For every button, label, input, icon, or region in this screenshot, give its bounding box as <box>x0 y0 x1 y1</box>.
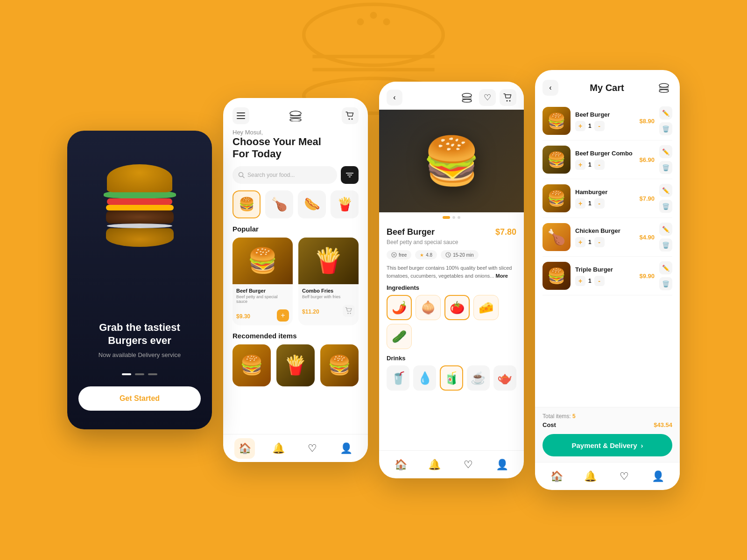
edit-item-3[interactable]: ✏️ <box>659 184 672 197</box>
filter-button[interactable] <box>341 166 359 184</box>
category-fries[interactable]: 🍟 <box>331 190 359 218</box>
detail-nav-home[interactable]: 🏠 <box>390 455 411 475</box>
edit-item-5[interactable]: ✏️ <box>659 261 672 274</box>
qty-decrease-3[interactable]: + <box>575 198 585 209</box>
recommended-row: 🍔 🍟 🍔 <box>223 344 368 386</box>
qty-increase-1[interactable]: - <box>594 121 605 131</box>
home-cart-button[interactable] <box>342 107 359 124</box>
cart-back-button[interactable]: ‹ <box>543 80 558 96</box>
search-row: Search your food... <box>223 166 368 190</box>
detail-item-price: $7.80 <box>495 227 516 237</box>
back-button[interactable]: ‹ <box>387 90 402 105</box>
get-started-button[interactable]: Get Started <box>78 386 201 411</box>
ingredient-cucumber[interactable]: 🥒 <box>387 324 412 349</box>
svg-point-28 <box>509 100 511 102</box>
delete-item-1[interactable]: 🗑️ <box>659 122 672 135</box>
drink-juice[interactable]: 🧃 <box>440 365 463 391</box>
edit-item-1[interactable]: ✏️ <box>659 106 672 119</box>
cart-item-1: 🍔 Beef Burger + 1 - $8.90 ✏️ 🗑️ <box>543 102 672 140</box>
nav-user[interactable]: 👤 <box>336 438 357 459</box>
payment-delivery-button[interactable]: Payment & Delivery › <box>543 434 672 456</box>
qty-increase-3[interactable]: - <box>594 198 605 209</box>
cart-item-2-info: Beef Burger Combo + 1 - <box>575 150 634 170</box>
add-cart-btn-1[interactable]: + <box>277 309 289 322</box>
nav-bell[interactable]: 🔔 <box>268 438 289 459</box>
cart-item-4-price: $4.90 <box>639 234 655 241</box>
nav-home[interactable]: 🏠 <box>234 438 255 459</box>
qty-increase-2[interactable]: - <box>594 160 605 170</box>
cart-nav-user[interactable]: 👤 <box>648 466 669 487</box>
ingredient-cheese[interactable]: 🧀 <box>473 295 499 320</box>
rating-tag: ★ 4.8 <box>415 250 437 259</box>
popular-item-1-footer: $9.30 + <box>233 308 293 325</box>
cart-nav-bell[interactable]: 🔔 <box>580 466 601 487</box>
popular-item-2[interactable]: 🍟 Combo Fries Beff burger with fries $11… <box>298 238 359 325</box>
svg-point-21 <box>347 313 348 314</box>
delete-item-2[interactable]: 🗑️ <box>659 161 672 174</box>
svg-point-5 <box>370 12 377 19</box>
popular-item-1-name: Beef Burger <box>236 288 289 294</box>
detail-nav-heart[interactable]: ♡ <box>458 455 479 475</box>
svg-point-26 <box>462 99 472 102</box>
ingredient-tomato[interactable]: 🍅 <box>444 295 470 320</box>
qty-decrease-4[interactable]: + <box>575 237 585 247</box>
bun-bottom <box>106 228 174 247</box>
qty-value-2: 1 <box>588 161 592 168</box>
add-cart-btn-2[interactable] <box>343 305 355 317</box>
recom-item-1[interactable]: 🍔 <box>233 344 271 386</box>
drink-coffee[interactable]: ☕ <box>467 365 490 391</box>
drinks-row: 🥤 💧 🧃 ☕ 🫖 <box>387 365 516 391</box>
cart-footer: Total items: 5 Cost $43.54 Payment & Del… <box>535 407 680 462</box>
detail-screen: ‹ ♡ 🍔 Beef Burger $7.80 Be <box>379 82 524 478</box>
delete-item-5[interactable]: 🗑️ <box>659 277 672 290</box>
cart-item-1-info: Beef Burger + 1 - <box>575 111 634 131</box>
more-link[interactable]: More <box>496 273 508 279</box>
menu-button[interactable] <box>233 107 249 124</box>
qty-decrease-1[interactable]: + <box>575 121 585 131</box>
edit-item-2[interactable]: ✏️ <box>659 145 672 158</box>
popular-item-1-desc: Beef petty and special sauce <box>236 294 289 304</box>
drink-tea[interactable]: 🫖 <box>493 365 516 391</box>
cart-item-3-qty: + 1 - <box>575 198 634 209</box>
recom-item-2[interactable]: 🍟 <box>276 344 315 386</box>
category-burger[interactable]: 🍔 <box>233 190 261 218</box>
qty-increase-5[interactable]: - <box>594 276 605 286</box>
svg-rect-8 <box>237 115 245 116</box>
splash-title: Grab the tastiest Burgers ever <box>78 321 201 348</box>
qty-decrease-5[interactable]: + <box>575 276 585 286</box>
ingredient-onion[interactable]: 🧅 <box>416 295 441 320</box>
cart-header: ‹ My Cart <box>535 70 680 102</box>
time-tag: 15-20 min <box>441 250 478 259</box>
cart-nav-heart[interactable]: ♡ <box>614 466 634 487</box>
popular-item-1[interactable]: 🍔 Beef Burger Beef petty and special sau… <box>233 238 293 325</box>
drink-cup[interactable]: 🥤 <box>387 365 409 391</box>
detail-heart-button[interactable]: ♡ <box>479 89 496 106</box>
cart-item-1-actions: ✏️ 🗑️ <box>659 106 672 135</box>
cart-item-4-qty: + 1 - <box>575 237 634 247</box>
total-items-row: Total items: 5 <box>543 413 672 420</box>
drink-water[interactable]: 💧 <box>413 365 436 391</box>
nav-heart[interactable]: ♡ <box>302 438 323 459</box>
chevron-right-icon: › <box>641 441 643 449</box>
detail-nav-bell[interactable]: 🔔 <box>424 455 445 475</box>
cart-nav-home[interactable]: 🏠 <box>546 466 567 487</box>
category-hotdog[interactable]: 🌭 <box>298 190 326 218</box>
img-dot-2 <box>452 216 455 219</box>
qty-decrease-2[interactable]: + <box>575 160 585 170</box>
recom-item-3[interactable]: 🍔 <box>320 344 359 386</box>
cart-item-1-name: Beef Burger <box>575 111 634 118</box>
ingredient-chili[interactable]: 🌶️ <box>387 295 412 320</box>
search-box[interactable]: Search your food... <box>233 166 337 184</box>
cart-item-5-image: 🍔 <box>543 262 571 290</box>
popular-item-1-price: $9.30 <box>236 313 250 320</box>
cart-item-1-image: 🍔 <box>543 107 571 135</box>
delete-item-3[interactable]: 🗑️ <box>659 200 672 213</box>
delete-item-4[interactable]: 🗑️ <box>659 238 672 252</box>
popular-item-2-info: Combo Fries Beff burger with fries <box>298 284 359 303</box>
edit-item-4[interactable]: ✏️ <box>659 223 672 236</box>
detail-nav-user[interactable]: 👤 <box>492 455 513 475</box>
detail-cart-button[interactable] <box>500 89 516 106</box>
qty-increase-4[interactable]: - <box>594 237 605 247</box>
category-chicken[interactable]: 🍗 <box>265 190 293 218</box>
svg-point-23 <box>462 93 472 97</box>
